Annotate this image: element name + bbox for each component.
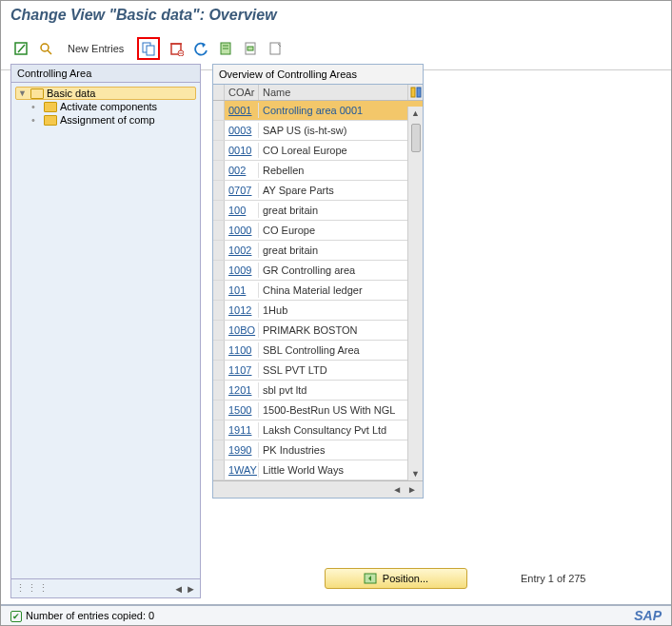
cell-coar[interactable]: 101 xyxy=(225,283,259,298)
cell-name[interactable]: CO Europe xyxy=(259,223,407,238)
drag-handle-icon[interactable]: ⋮⋮⋮ xyxy=(15,582,49,595)
other-view-icon[interactable] xyxy=(12,40,30,57)
row-handle[interactable] xyxy=(213,141,225,160)
cell-name[interactable]: PRIMARK BOSTON xyxy=(259,323,407,338)
undo-icon[interactable] xyxy=(192,40,209,57)
row-handle[interactable] xyxy=(213,241,225,260)
tree-item-activate[interactable]: • Activate components xyxy=(15,100,196,113)
table-row[interactable]: 0001Controlling area 0001 xyxy=(213,101,423,121)
cell-name[interactable]: great britain xyxy=(259,203,407,218)
cell-name[interactable]: Laksh Consultancy Pvt Ltd xyxy=(259,422,407,438)
table-row[interactable]: 0707AY Spare Parts xyxy=(213,181,423,201)
row-handle[interactable] xyxy=(213,440,225,460)
cell-name[interactable]: sbl pvt ltd xyxy=(259,382,407,398)
cell-name[interactable]: great britain xyxy=(259,243,407,258)
cell-coar[interactable]: 1500 xyxy=(225,402,259,418)
row-handle[interactable] xyxy=(213,341,225,360)
new-entries-button[interactable]: New Entries xyxy=(62,43,129,54)
row-handle[interactable] xyxy=(213,181,225,200)
cell-coar[interactable]: 100 xyxy=(225,203,259,218)
cell-name[interactable]: SAP US (is-ht-sw) xyxy=(259,123,407,138)
row-handle[interactable] xyxy=(213,121,225,140)
deselect-all-icon[interactable] xyxy=(267,40,284,57)
row-handle[interactable] xyxy=(213,101,225,120)
configure-columns-icon[interactable] xyxy=(407,85,423,100)
scroll-right-icon[interactable]: ► xyxy=(405,484,419,495)
select-all-icon[interactable] xyxy=(217,40,234,57)
scroll-down-icon[interactable]: ▼ xyxy=(411,469,420,479)
row-handle[interactable] xyxy=(213,301,225,320)
cell-coar[interactable]: 0001 xyxy=(225,103,259,118)
cell-coar[interactable]: 1107 xyxy=(225,362,259,378)
cell-coar[interactable]: 1911 xyxy=(225,422,259,438)
copy-as-button[interactable] xyxy=(137,37,160,60)
table-row[interactable]: 1002great britain xyxy=(213,241,423,261)
table-row[interactable]: 1100SBL Controlling Area xyxy=(213,341,423,361)
cell-name[interactable]: 1500-BestRun US With NGL xyxy=(259,402,407,418)
cell-name[interactable]: China Material ledger xyxy=(259,283,407,298)
cell-coar[interactable]: 0707 xyxy=(225,183,259,198)
cell-name[interactable]: 1Hub xyxy=(259,303,407,318)
scroll-thumb[interactable] xyxy=(411,124,421,152)
table-row[interactable]: 10121Hub xyxy=(213,301,423,321)
row-handle[interactable] xyxy=(213,221,225,240)
table-row[interactable]: 100great britain xyxy=(213,201,423,221)
table-row[interactable]: 1107SSL PVT LTD xyxy=(213,361,423,381)
cell-name[interactable]: SBL Controlling Area xyxy=(259,342,407,358)
table-row[interactable]: 1990PK Industries xyxy=(213,440,423,460)
table-row[interactable]: 1911Laksh Consultancy Pvt Ltd xyxy=(213,421,423,440)
collapse-icon[interactable]: ▼ xyxy=(18,88,28,98)
cell-name[interactable]: SSL PVT LTD xyxy=(259,362,407,378)
row-handle[interactable] xyxy=(213,261,225,280)
scroll-left-icon[interactable]: ◄ xyxy=(390,484,404,495)
cell-coar[interactable]: 0003 xyxy=(225,123,259,138)
cell-coar[interactable]: 002 xyxy=(225,163,259,178)
cell-coar[interactable]: 1990 xyxy=(225,442,259,458)
cell-coar[interactable]: 10BO xyxy=(225,323,259,338)
table-row[interactable]: 101China Material ledger xyxy=(213,281,423,301)
v-scrollbar[interactable]: ▲ ▼ xyxy=(407,107,423,480)
table-row[interactable]: 1201sbl pvt ltd xyxy=(213,381,423,401)
table-row[interactable]: 15001500-BestRun US With NGL xyxy=(213,401,423,421)
table-row[interactable]: 1009GR Controlling area xyxy=(213,261,423,281)
h-scrollbar[interactable]: ◄ ► xyxy=(213,480,423,498)
cell-name[interactable]: GR Controlling area xyxy=(259,263,407,278)
position-button[interactable]: Position... xyxy=(325,568,467,589)
table-row[interactable]: 1000CO Europe xyxy=(213,221,423,241)
cell-name[interactable]: Rebellen xyxy=(259,163,407,178)
tree-item-basic-data[interactable]: ▼ Basic data xyxy=(15,87,196,100)
col-header-coar[interactable]: COAr xyxy=(225,85,259,100)
row-handle[interactable] xyxy=(213,321,225,340)
select-block-icon[interactable] xyxy=(242,40,259,57)
col-header-name[interactable]: Name xyxy=(259,85,407,100)
table-row[interactable]: 002Rebellen xyxy=(213,161,423,181)
delete-icon[interactable] xyxy=(168,40,185,57)
row-handle[interactable] xyxy=(213,161,225,180)
table-row[interactable]: 1WAYLittle World Ways xyxy=(213,460,423,480)
row-handle[interactable] xyxy=(213,381,225,400)
row-handle[interactable] xyxy=(213,421,225,440)
scroll-up-icon[interactable]: ▲ xyxy=(411,108,420,118)
cell-coar[interactable]: 1201 xyxy=(225,382,259,398)
row-handle[interactable] xyxy=(213,201,225,220)
row-handle[interactable] xyxy=(213,401,225,420)
row-handle[interactable] xyxy=(213,361,225,380)
cell-name[interactable]: Little World Ways xyxy=(259,462,407,478)
cell-coar[interactable]: 1100 xyxy=(225,342,259,358)
cell-coar[interactable]: 1WAY xyxy=(225,462,259,478)
table-row[interactable]: 10BOPRIMARK BOSTON xyxy=(213,321,423,341)
tree-item-assignment[interactable]: • Assignment of comp xyxy=(15,113,196,127)
cell-coar[interactable]: 1009 xyxy=(225,263,259,278)
cell-coar[interactable]: 1012 xyxy=(225,303,259,318)
cell-coar[interactable]: 1000 xyxy=(225,223,259,238)
cell-coar[interactable]: 1002 xyxy=(225,243,259,258)
cell-name[interactable]: AY Spare Parts xyxy=(259,183,407,198)
find-icon[interactable] xyxy=(37,40,54,57)
row-handle[interactable] xyxy=(213,281,225,300)
table-row[interactable]: 0010CO Loreal Europe xyxy=(213,141,423,161)
cell-name[interactable]: CO Loreal Europe xyxy=(259,143,407,158)
cell-coar[interactable]: 0010 xyxy=(225,143,259,158)
table-row[interactable]: 0003SAP US (is-ht-sw) xyxy=(213,121,423,141)
sidebar-scroll[interactable]: ◄► xyxy=(173,583,196,595)
cell-name[interactable]: Controlling area 0001 xyxy=(259,103,407,118)
